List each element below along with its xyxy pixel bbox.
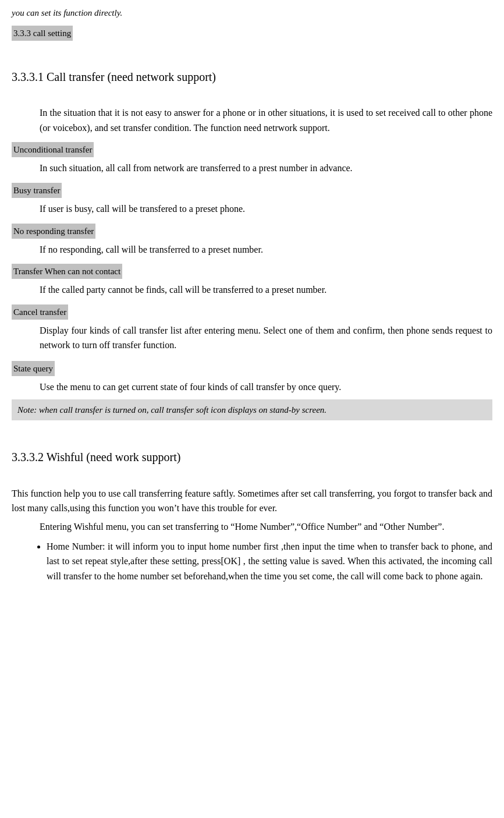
state-query-block: State query Use the menu to can get curr…: [12, 357, 492, 395]
unconditional-transfer-body: In such situation, all call from network…: [40, 161, 492, 176]
top-italic-text: you can set its function directly.: [12, 6, 492, 20]
unconditional-transfer-block: Unconditional transfer In such situation…: [12, 139, 492, 176]
note-box: Note: when call transfer is turned on, c…: [12, 399, 492, 420]
section-3331-heading: 3.3.3.1 Call transfer (need network supp…: [12, 68, 492, 86]
state-query-body: Use the menu to can get current state of…: [40, 380, 492, 395]
no-responding-transfer-body: If no responding, call will be transferr…: [40, 242, 492, 257]
section-333-heading: 3.3.3 call setting: [12, 26, 73, 41]
bullet-list: Home Number: it will inform you to input…: [47, 539, 492, 584]
list-item: Home Number: it will inform you to input…: [47, 539, 492, 584]
busy-transfer-label: Busy transfer: [12, 183, 62, 198]
state-query-label: State query: [12, 361, 55, 376]
unconditional-transfer-label: Unconditional transfer: [12, 142, 94, 157]
busy-transfer-body: If user is busy, call will be transfered…: [40, 201, 492, 217]
busy-transfer-block: Busy transfer If user is busy, call will…: [12, 179, 492, 217]
section-3331-intro: In the situation that it is not easy to …: [40, 105, 492, 135]
transfer-when-label: Transfer When can not contact: [12, 264, 122, 279]
section-3332-para2: Entering Wishful menu, you can set trans…: [40, 519, 492, 534]
section-3332-para1: This function help you to use call trans…: [12, 486, 492, 516]
transfer-when-block: Transfer When can not contact If the cal…: [12, 260, 492, 298]
cancel-transfer-block: Cancel transfer Display four kinds of ca…: [12, 301, 492, 353]
section-3332-heading: 3.3.3.2 Wishful (need work support): [12, 448, 492, 466]
cancel-transfer-body: Display four kinds of call transfer list…: [40, 323, 492, 353]
no-responding-transfer-block: No responding transfer If no responding,…: [12, 220, 492, 257]
cancel-transfer-label: Cancel transfer: [12, 304, 68, 320]
transfer-when-body: If the called party cannot be finds, cal…: [40, 282, 492, 298]
no-responding-transfer-label: No responding transfer: [12, 224, 95, 239]
